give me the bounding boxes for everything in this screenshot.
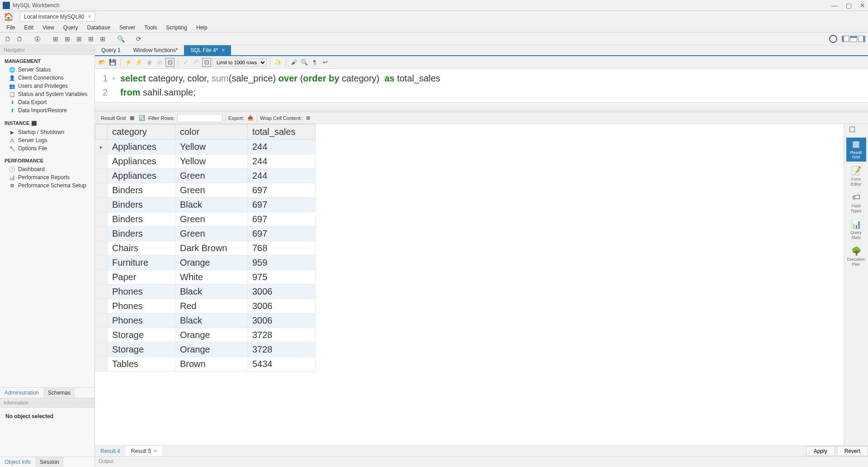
menu-scripting[interactable]: Scripting — [161, 24, 192, 31]
close-button[interactable]: ✕ — [860, 2, 865, 9]
cell[interactable]: Orange — [175, 343, 248, 357]
rollback-button[interactable]: ↶ — [192, 58, 201, 67]
menu-server[interactable]: Server — [115, 24, 140, 31]
export-icon[interactable]: 📤 — [247, 114, 254, 122]
stop-button[interactable]: ⊘ — [155, 58, 164, 67]
table-row[interactable]: StorageOrange3728 — [95, 328, 316, 343]
nav-item-startup-shutdown[interactable]: Startup / Shutdown — [0, 128, 94, 136]
cell[interactable]: 244 — [248, 154, 316, 169]
table-row[interactable]: StorageOrange3728 — [95, 343, 316, 357]
column-header-total_sales[interactable]: total_sales — [248, 124, 316, 140]
cell[interactable]: Appliances — [108, 169, 175, 183]
apply-button[interactable]: Apply — [806, 446, 835, 456]
home-icon[interactable]: 🏠 — [4, 12, 14, 22]
invisible-chars-button[interactable]: ¶ — [310, 58, 319, 67]
toggle-sidebar-button[interactable] — [842, 36, 849, 42]
nav-item-data-import-restore[interactable]: Data Import/Restore — [0, 106, 94, 114]
table-row[interactable]: ▸AppliancesYellow244 — [95, 140, 316, 154]
create-procedure-button[interactable]: ⊞ — [86, 34, 96, 44]
table-row[interactable]: ChairsDark Brown768 — [95, 241, 316, 256]
cell[interactable]: Brown — [175, 357, 248, 372]
table-row[interactable]: BindersBlack697 — [95, 198, 316, 212]
nav-item-server-logs[interactable]: Server Logs — [0, 136, 94, 144]
cell[interactable]: Tables — [108, 357, 175, 372]
toggle-limit-button[interactable]: ⊡ — [202, 58, 211, 67]
cell[interactable]: Black — [175, 285, 248, 299]
table-row[interactable]: FurnitureOrange959 — [95, 256, 316, 270]
search-button[interactable]: 🔍 — [116, 34, 126, 44]
nav-item-performance-schema-setup[interactable]: Performance Schema Setup — [0, 181, 94, 190]
cell[interactable]: Green — [175, 212, 248, 227]
save-file-button[interactable]: 💾 — [108, 58, 117, 67]
table-row[interactable]: BindersGreen697 — [95, 183, 316, 198]
new-sql-tab-button[interactable]: 🗋 — [3, 34, 13, 44]
result-tab-result-4[interactable]: Result 4 — [95, 446, 126, 456]
cell[interactable]: Appliances — [108, 140, 175, 154]
cell[interactable]: Green — [175, 169, 248, 183]
cell[interactable]: 768 — [248, 241, 316, 256]
cell[interactable]: Green — [175, 227, 248, 241]
table-row[interactable]: PhonesBlack3006 — [95, 314, 316, 328]
cell[interactable]: Storage — [108, 328, 175, 343]
query-tab-sql-file-4-[interactable]: SQL File 4*× — [184, 45, 231, 55]
cell[interactable]: 697 — [248, 227, 316, 241]
maximize-button[interactable]: ▢ — [846, 2, 852, 9]
result-grid[interactable]: categorycolortotal_sales ▸AppliancesYell… — [95, 124, 844, 445]
query-tab-query-1[interactable]: Query 1 — [95, 45, 127, 55]
tab-administration[interactable]: Administration — [0, 388, 43, 398]
column-header-category[interactable]: category — [108, 124, 175, 140]
create-view-button[interactable]: ⊞ — [74, 34, 84, 44]
tab-object-info[interactable]: Object Info — [0, 457, 35, 467]
inspector-button[interactable]: 🛈 — [33, 34, 42, 44]
explain-button[interactable]: ◉ — [145, 58, 154, 67]
table-row[interactable]: PhonesBlack3006 — [95, 285, 316, 299]
execute-current-button[interactable]: ⚡ — [134, 58, 143, 67]
side-btn-field-types[interactable]: 🏷FieldTypes — [846, 191, 866, 215]
nav-item-status-and-system-variables[interactable]: Status and System Variables — [0, 90, 94, 98]
side-btn-query-stats[interactable]: 📊QueryStats — [846, 218, 866, 242]
cell[interactable]: 3728 — [248, 343, 316, 357]
tab-session[interactable]: Session — [35, 457, 64, 467]
cell[interactable]: Black — [175, 314, 248, 328]
cell[interactable]: Red — [175, 299, 248, 314]
result-tab-result-5[interactable]: Result 5× — [126, 446, 162, 456]
tab-schemas[interactable]: Schemas — [43, 388, 75, 398]
wrap-cell-icon[interactable]: ⊞ — [305, 114, 312, 122]
table-row[interactable]: TablesBrown5434 — [95, 357, 316, 372]
cell[interactable]: Storage — [108, 343, 175, 357]
nav-item-server-status[interactable]: Server Status — [0, 66, 94, 74]
toggle-secondary-button[interactable] — [858, 36, 865, 42]
connection-tab[interactable]: Local instance MySQL80 × — [20, 12, 95, 22]
limit-select[interactable]: Limit to 1000 rows — [212, 58, 267, 67]
table-row[interactable]: BindersGreen697 — [95, 227, 316, 241]
cell[interactable]: Dark Brown — [175, 241, 248, 256]
revert-button[interactable]: Revert — [837, 446, 868, 456]
cell[interactable]: Binders — [108, 212, 175, 227]
cell[interactable]: 244 — [248, 140, 316, 154]
cell[interactable]: 697 — [248, 212, 316, 227]
cell[interactable]: Phones — [108, 314, 175, 328]
cell[interactable]: Black — [175, 198, 248, 212]
editor-divider[interactable] — [95, 102, 868, 112]
create-function-button[interactable]: ⊞ — [98, 34, 108, 44]
open-file-button[interactable]: 📂 — [98, 58, 107, 67]
toggle-autocommit-button[interactable]: ⊡ — [165, 58, 175, 67]
create-table-button[interactable]: ⊞ — [62, 34, 72, 44]
cell[interactable]: 3006 — [248, 285, 316, 299]
toggle-output-button[interactable] — [850, 36, 857, 42]
gear-icon[interactable] — [829, 35, 837, 43]
cell[interactable]: Yellow — [175, 154, 248, 169]
cell[interactable]: Appliances — [108, 154, 175, 169]
search-icon[interactable]: 🔍 — [300, 58, 309, 67]
menu-file[interactable]: File — [2, 24, 19, 31]
commit-button[interactable]: ✓ — [181, 58, 190, 67]
sql-editor[interactable]: 1•select category, color, sum(sale_price… — [95, 69, 868, 102]
cell[interactable]: 697 — [248, 198, 316, 212]
nav-item-data-export[interactable]: Data Export — [0, 98, 94, 106]
nav-item-users-and-privileges[interactable]: Users and Privileges — [0, 82, 94, 90]
menu-help[interactable]: Help — [192, 24, 212, 31]
table-row[interactable]: AppliancesGreen244 — [95, 169, 316, 183]
cell[interactable]: Chairs — [108, 241, 175, 256]
side-btn-form-editor[interactable]: 📝FormEditor — [846, 164, 866, 188]
nav-item-client-connections[interactable]: Client Connections — [0, 74, 94, 82]
